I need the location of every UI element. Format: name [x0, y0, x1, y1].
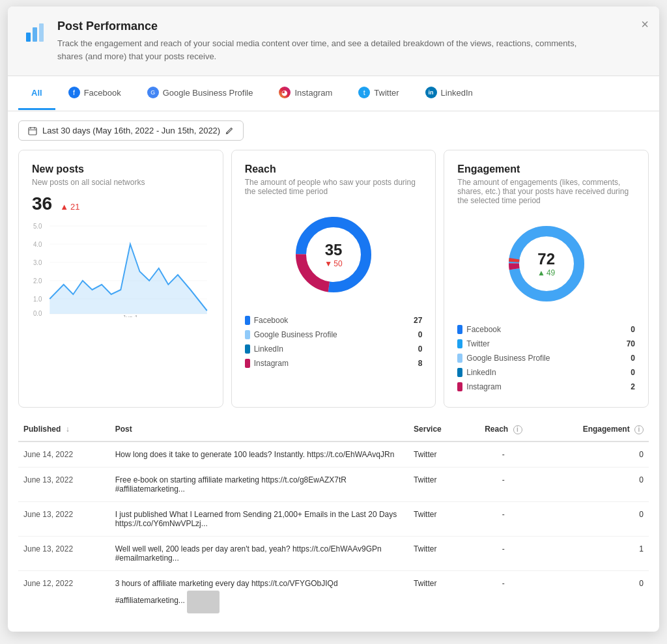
- reach-legend-linkedin: LinkedIn 0: [245, 342, 423, 356]
- row-post-2: I just published What I Learned from Sen…: [110, 501, 408, 536]
- google-dot: [245, 330, 250, 339]
- engagement-title: Engagement: [457, 163, 635, 175]
- svg-rect-2: [39, 23, 44, 42]
- new-posts-value: 36: [32, 193, 52, 214]
- row-post-4: 3 hours of affiliate marketing every day…: [110, 570, 408, 621]
- date-filter-section: Last 30 days (May 16th, 2022 - Jun 15th,…: [8, 111, 659, 150]
- table-row: June 13, 2022 Free e-book on starting af…: [18, 467, 649, 501]
- eng-legend-facebook: Facebook 0: [457, 322, 635, 337]
- reach-legend-instagram: Instagram 8: [245, 356, 423, 371]
- new-posts-chart: 5.0 4.0 3.0 2.0 1.0 0.0: [32, 219, 210, 320]
- eng-linkedin-dot: [457, 368, 462, 377]
- engagement-donut-wrapper: 72 ▲49: [501, 218, 592, 309]
- tab-all-label: All: [31, 88, 42, 98]
- posts-table: Published ↓ Post Service Reach i Engagem: [18, 418, 649, 621]
- row-engagement-4: 0: [540, 570, 649, 621]
- reach-value: 35: [324, 241, 342, 259]
- eng-linkedin-value: 0: [631, 368, 635, 377]
- eng-linkedin-label: LinkedIn: [466, 368, 496, 377]
- tabs-section: All f Facebook G Google Business Profile…: [8, 76, 659, 111]
- reach-card: Reach The amount of people who saw your …: [231, 150, 436, 408]
- row-reach-1: -: [467, 467, 540, 501]
- reach-donut-container: 35 ▼50 Facebook 27: [245, 203, 423, 371]
- row-post-3: Well well well, 200 leads per day aren't…: [110, 536, 408, 570]
- arrow-up-icon: ▲: [60, 202, 68, 212]
- reach-legend-google: Google Business Profile 0: [245, 328, 423, 342]
- date-filter-button[interactable]: Last 30 days (May 16th, 2022 - Jun 15th,…: [18, 120, 244, 141]
- row-service-0: Twitter: [408, 441, 467, 468]
- tab-google[interactable]: G Google Business Profile: [134, 76, 266, 111]
- reach-donut-wrapper: 35 ▼50: [288, 209, 379, 300]
- reach-instagram-label: Instagram: [254, 359, 289, 368]
- linkedin-icon: in: [425, 87, 437, 98]
- col-post: Post: [110, 418, 408, 441]
- reach-center: 35 ▼50: [324, 241, 342, 268]
- row-date-3: June 13, 2022: [18, 536, 110, 570]
- post-performance-modal: Post Performance Track the engagement an…: [8, 7, 659, 632]
- eng-legend-linkedin: LinkedIn 0: [457, 365, 635, 380]
- tab-facebook[interactable]: f Facebook: [55, 76, 134, 111]
- reach-subtitle: The amount of people who saw your posts …: [245, 178, 423, 196]
- engagement-donut-container: 72 ▲49 Facebook 0: [457, 212, 635, 394]
- reach-facebook-value: 27: [414, 316, 422, 325]
- reach-google-value: 0: [418, 330, 423, 339]
- svg-text:4.0: 4.0: [33, 241, 42, 248]
- row-date-1: June 13, 2022: [18, 467, 110, 501]
- instagram-icon: ◕: [279, 87, 291, 98]
- eng-google-dot: [457, 354, 462, 363]
- engagement-change: ▲49: [537, 268, 555, 277]
- header-text: Post Performance Track the engagement an…: [57, 20, 591, 63]
- tab-linkedin[interactable]: in LinkedIn: [412, 76, 486, 111]
- eng-instagram-dot: [457, 382, 462, 391]
- tab-twitter[interactable]: t Twitter: [345, 76, 412, 111]
- post-thumbnail: [187, 591, 220, 613]
- edit-icon: [225, 126, 234, 135]
- reach-facebook-label: Facebook: [254, 316, 289, 325]
- reach-instagram-value: 8: [418, 359, 423, 368]
- tab-all[interactable]: All: [18, 77, 55, 110]
- row-engagement-0: 0: [540, 441, 649, 468]
- svg-text:1.0: 1.0: [33, 296, 42, 303]
- eng-facebook-value: 0: [631, 325, 635, 334]
- modal-header: Post Performance Track the engagement an…: [8, 7, 659, 76]
- reach-info-icon: i: [513, 425, 522, 434]
- date-filter-label: Last 30 days (May 16th, 2022 - Jun 15th,…: [42, 126, 220, 135]
- col-reach: Reach i: [467, 418, 540, 441]
- twitter-icon: t: [358, 87, 370, 98]
- eng-twitter-value: 70: [627, 339, 635, 348]
- eng-google-value: 0: [631, 354, 635, 363]
- tab-instagram-label: Instagram: [294, 88, 332, 98]
- row-service-3: Twitter: [408, 536, 467, 570]
- reach-google-label: Google Business Profile: [254, 330, 337, 339]
- facebook-dot: [245, 316, 250, 325]
- reach-title: Reach: [245, 163, 423, 175]
- reach-linkedin-value: 0: [418, 344, 423, 354]
- svg-rect-0: [26, 33, 31, 42]
- engagement-info-icon: i: [634, 425, 644, 434]
- row-date-2: June 13, 2022: [18, 501, 110, 536]
- table-row: June 12, 2022 3 hours of affiliate marke…: [18, 570, 649, 621]
- eng-legend-instagram: Instagram 2: [457, 380, 635, 394]
- tab-instagram[interactable]: ◕ Instagram: [266, 76, 345, 111]
- row-service-1: Twitter: [408, 467, 467, 501]
- instagram-dot: [245, 359, 250, 368]
- eng-legend-twitter: Twitter 70: [457, 337, 635, 351]
- new-posts-card: New posts New posts on all social networ…: [18, 150, 223, 408]
- chart-icon: [23, 21, 47, 49]
- eng-google-label: Google Business Profile: [466, 354, 550, 363]
- eng-twitter-dot: [457, 339, 462, 348]
- modal-description: Track the engagement and reach of your s…: [57, 37, 591, 63]
- engagement-card: Engagement The amount of engagements (li…: [444, 150, 649, 408]
- col-engagement: Engagement i: [540, 418, 649, 441]
- engagement-value: 72: [537, 250, 555, 268]
- svg-rect-3: [29, 128, 36, 135]
- eng-instagram-label: Instagram: [466, 382, 501, 391]
- eng-facebook-label: Facebook: [466, 325, 501, 334]
- close-button[interactable]: ×: [641, 17, 649, 32]
- row-post-0: How long does it take to generate 100 le…: [110, 441, 408, 468]
- table-row: June 14, 2022 How long does it take to g…: [18, 441, 649, 468]
- table-row: June 13, 2022 I just published What I Le…: [18, 501, 649, 536]
- col-published[interactable]: Published ↓: [18, 418, 110, 441]
- modal-title: Post Performance: [57, 20, 591, 33]
- eng-instagram-value: 2: [631, 382, 635, 391]
